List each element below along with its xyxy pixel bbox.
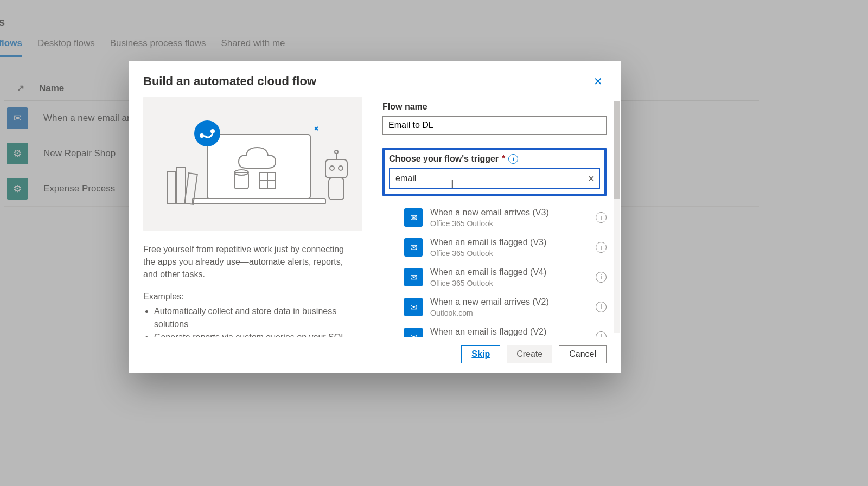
flow-name-input[interactable] xyxy=(382,116,607,135)
info-icon[interactable]: i xyxy=(596,272,607,283)
examples-label: Examples: xyxy=(143,292,354,302)
trigger-connector: Office 365 Outlook xyxy=(430,219,588,228)
trigger-item[interactable]: ✉ When a new email arrives (V2) Outlook.… xyxy=(382,292,607,322)
trigger-connector: Outlook.com xyxy=(430,308,588,318)
trigger-item[interactable]: ✉ When an email is flagged (V3) Office 3… xyxy=(382,233,607,263)
info-icon[interactable]: i xyxy=(596,302,607,312)
trigger-search-input[interactable] xyxy=(390,174,583,183)
dialog-title: Build an automated cloud flow xyxy=(143,74,316,88)
svg-point-16 xyxy=(194,120,220,146)
dialog-description: Free yourself from repetitive work just … xyxy=(143,243,354,281)
close-icon[interactable]: ✕ xyxy=(589,73,607,90)
svg-rect-1 xyxy=(192,199,326,204)
info-icon[interactable]: i xyxy=(596,212,607,223)
svg-point-12 xyxy=(339,166,343,170)
trigger-connector: Office 365 Outlook xyxy=(430,248,588,258)
trigger-label: Choose your flow's trigger xyxy=(389,154,499,164)
example-item: Automatically collect and store data in … xyxy=(154,305,354,331)
svg-point-18 xyxy=(210,129,215,133)
scrollbar[interactable] xyxy=(614,101,620,333)
trigger-connector: Office 365 Outlook xyxy=(430,278,588,288)
outlook-icon: ✉ xyxy=(404,238,423,257)
trigger-item[interactable]: ✉ When an email is flagged (V2) Outlook.… xyxy=(382,322,607,337)
dialog-footer: Skip Create Cancel xyxy=(129,337,621,373)
outlook-icon: ✉ xyxy=(404,268,423,286)
clear-icon[interactable]: ✕ xyxy=(583,170,599,187)
illustration xyxy=(143,97,362,231)
trigger-search[interactable]: ✕ I xyxy=(389,168,600,189)
trigger-title: When an email is flagged (V2) xyxy=(430,327,588,337)
svg-rect-7 xyxy=(167,171,176,204)
trigger-title: When a new email arrives (V3) xyxy=(430,207,588,219)
svg-point-15 xyxy=(335,150,338,154)
info-icon[interactable]: i xyxy=(508,154,518,164)
outlook-icon: ✉ xyxy=(404,208,423,227)
dialog-left-panel: Free yourself from repetitive work just … xyxy=(129,97,368,337)
svg-point-11 xyxy=(330,166,334,170)
svg-rect-10 xyxy=(326,159,347,178)
dialog-right-panel: Flow name Choose your flow's trigger * i… xyxy=(368,97,621,337)
build-flow-dialog: Build an automated cloud flow ✕ xyxy=(129,61,621,373)
trigger-list: ✉ When a new email arrives (V3) Office 3… xyxy=(382,203,607,337)
info-icon[interactable]: i xyxy=(596,242,607,253)
flow-name-label: Flow name xyxy=(382,102,607,112)
create-button[interactable]: Create xyxy=(507,345,552,363)
trigger-title: When an email is flagged (V3) xyxy=(430,237,588,248)
svg-point-17 xyxy=(200,133,204,138)
trigger-title: When an email is flagged (V4) xyxy=(430,267,588,278)
text-cursor-icon: I xyxy=(451,178,452,190)
trigger-title: When a new email arrives (V2) xyxy=(430,297,588,308)
skip-button[interactable]: Skip xyxy=(461,345,500,363)
svg-rect-13 xyxy=(329,178,344,200)
outlook-icon: ✉ xyxy=(404,298,423,316)
trigger-item[interactable]: ✉ When an email is flagged (V4) Office 3… xyxy=(382,263,607,292)
required-star: * xyxy=(502,154,505,164)
svg-rect-8 xyxy=(177,167,186,204)
info-icon[interactable]: i xyxy=(596,331,607,337)
cancel-button[interactable]: Cancel xyxy=(559,345,607,363)
trigger-item[interactable]: ✉ When a new email arrives (V3) Office 3… xyxy=(382,203,607,233)
examples-list: Automatically collect and store data in … xyxy=(143,305,354,337)
outlook-icon: ✉ xyxy=(404,328,423,337)
trigger-section: Choose your flow's trigger * i ✕ I xyxy=(382,148,607,196)
example-item: Generate reports via custom queries on y… xyxy=(154,331,354,337)
